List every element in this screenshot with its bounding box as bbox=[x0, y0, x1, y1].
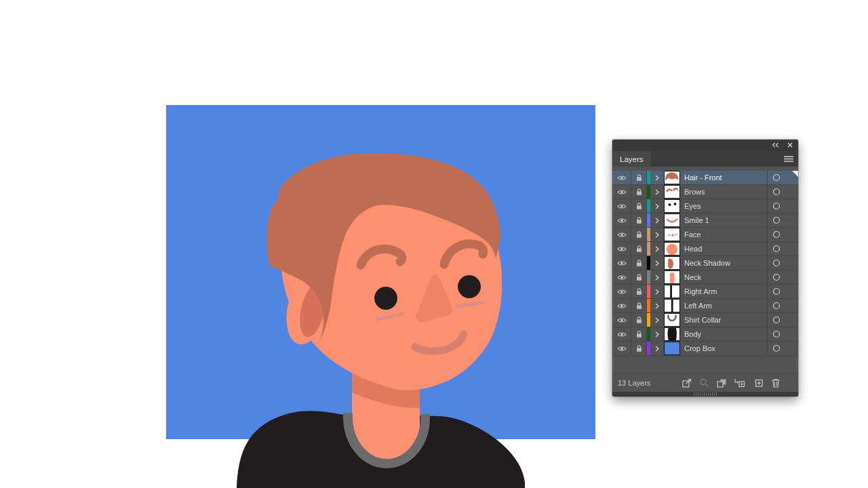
target-circle-icon[interactable] bbox=[767, 242, 798, 256]
layer-row-face[interactable]: Face bbox=[612, 228, 798, 242]
layer-row-head[interactable]: Head bbox=[612, 242, 798, 256]
layer-row-neck[interactable]: Neck bbox=[612, 270, 798, 285]
target-circle-icon[interactable] bbox=[767, 342, 798, 355]
selection-corner-indicator bbox=[792, 171, 798, 177]
new-sublayer-icon[interactable] bbox=[734, 378, 745, 388]
artwork-canvas[interactable] bbox=[166, 105, 595, 488]
lock-toggle[interactable] bbox=[631, 299, 647, 312]
lock-toggle[interactable] bbox=[631, 327, 647, 341]
layer-row-right-arm[interactable]: Right Arm bbox=[612, 285, 798, 299]
layer-name[interactable]: Smile 1 bbox=[682, 214, 767, 227]
delete-selection-icon[interactable] bbox=[770, 378, 781, 388]
expand-arrow-icon[interactable] bbox=[650, 242, 664, 256]
layer-row-left-arm[interactable]: Left Arm bbox=[612, 299, 798, 313]
layer-thumbnail bbox=[664, 327, 682, 341]
locate-object-icon[interactable] bbox=[698, 378, 709, 388]
layer-name[interactable]: Left Arm bbox=[682, 299, 767, 312]
layer-name[interactable]: Neck Shadow bbox=[682, 256, 767, 270]
expand-arrow-icon[interactable] bbox=[650, 299, 664, 312]
expand-arrow-icon[interactable] bbox=[650, 214, 664, 227]
lock-toggle[interactable] bbox=[631, 214, 647, 227]
new-layer-icon[interactable] bbox=[753, 378, 764, 388]
expand-arrow-icon[interactable] bbox=[650, 256, 664, 270]
visibility-toggle[interactable] bbox=[612, 171, 631, 184]
close-panel-icon[interactable] bbox=[787, 142, 793, 148]
visibility-toggle[interactable] bbox=[612, 199, 631, 213]
collect-for-export-icon[interactable] bbox=[682, 378, 692, 388]
target-circle-icon[interactable] bbox=[767, 299, 798, 312]
expand-arrow-icon[interactable] bbox=[650, 171, 664, 184]
expand-arrow-icon[interactable] bbox=[650, 185, 664, 199]
target-circle-icon[interactable] bbox=[767, 285, 798, 298]
left-eye-shape bbox=[374, 287, 397, 310]
collapse-panel-icon[interactable] bbox=[772, 142, 779, 148]
layer-thumbnail bbox=[664, 214, 682, 227]
layer-row-neck-shadow[interactable]: Neck Shadow bbox=[612, 256, 798, 270]
lock-toggle[interactable] bbox=[631, 285, 647, 298]
layer-name[interactable]: Head bbox=[682, 242, 767, 256]
layer-row-hair-front[interactable]: Hair - Front bbox=[612, 171, 798, 185]
layer-row-eyes[interactable]: Eyes bbox=[612, 199, 798, 214]
panel-resize-grip[interactable] bbox=[612, 392, 798, 396]
visibility-toggle[interactable] bbox=[612, 299, 631, 312]
layer-name[interactable]: Body bbox=[682, 327, 767, 341]
layer-name[interactable]: Crop Box bbox=[682, 342, 767, 355]
lock-toggle[interactable] bbox=[631, 313, 647, 327]
lock-toggle[interactable] bbox=[631, 242, 647, 256]
expand-arrow-icon[interactable] bbox=[650, 285, 664, 298]
visibility-toggle[interactable] bbox=[612, 342, 631, 355]
target-circle-icon[interactable] bbox=[767, 327, 798, 341]
layer-name[interactable]: Brows bbox=[682, 185, 767, 199]
lock-toggle[interactable] bbox=[631, 199, 647, 213]
lock-toggle[interactable] bbox=[631, 185, 647, 199]
tab-layers[interactable]: Layers bbox=[612, 151, 651, 167]
layer-name[interactable]: Neck bbox=[682, 270, 767, 284]
lock-toggle[interactable] bbox=[631, 228, 647, 241]
layer-name[interactable]: Hair - Front bbox=[682, 171, 767, 184]
lock-toggle[interactable] bbox=[631, 342, 647, 355]
layer-thumbnail bbox=[664, 299, 682, 312]
expand-arrow-icon[interactable] bbox=[650, 199, 664, 213]
target-circle-icon[interactable] bbox=[767, 228, 798, 241]
layer-row-smile-1[interactable]: Smile 1 bbox=[612, 214, 798, 228]
visibility-toggle[interactable] bbox=[612, 313, 631, 327]
target-circle-icon[interactable] bbox=[767, 199, 798, 213]
layer-thumbnail bbox=[664, 313, 682, 327]
visibility-toggle[interactable] bbox=[612, 228, 631, 241]
layer-name[interactable]: Right Arm bbox=[682, 285, 767, 298]
expand-arrow-icon[interactable] bbox=[650, 270, 664, 284]
visibility-toggle[interactable] bbox=[612, 270, 631, 284]
target-circle-icon[interactable] bbox=[767, 185, 798, 199]
expand-arrow-icon[interactable] bbox=[650, 228, 664, 241]
visibility-toggle[interactable] bbox=[612, 327, 631, 341]
expand-arrow-icon[interactable] bbox=[650, 327, 664, 341]
layer-count-label: 13 Layers bbox=[612, 379, 650, 387]
panel-menu-icon[interactable] bbox=[784, 156, 793, 162]
visibility-toggle[interactable] bbox=[612, 285, 631, 298]
visibility-toggle[interactable] bbox=[612, 185, 631, 199]
layer-list-empty-area bbox=[613, 356, 797, 374]
layer-thumbnail bbox=[664, 256, 682, 270]
expand-arrow-icon[interactable] bbox=[650, 313, 664, 327]
visibility-toggle[interactable] bbox=[612, 256, 631, 270]
layer-row-crop-box[interactable]: Crop Box bbox=[612, 342, 798, 356]
lock-toggle[interactable] bbox=[631, 256, 647, 270]
visibility-toggle[interactable] bbox=[612, 214, 631, 227]
layer-name[interactable]: Shirt Collar bbox=[682, 313, 767, 327]
visibility-toggle[interactable] bbox=[612, 242, 631, 256]
target-circle-icon[interactable] bbox=[767, 214, 798, 227]
target-circle-icon[interactable] bbox=[767, 256, 798, 270]
expand-arrow-icon[interactable] bbox=[650, 342, 664, 355]
layer-row-shirt-collar[interactable]: Shirt Collar bbox=[612, 313, 798, 327]
lock-toggle[interactable] bbox=[631, 270, 647, 284]
layer-row-body[interactable]: Body bbox=[612, 327, 798, 342]
layer-row-brows[interactable]: Brows bbox=[612, 185, 798, 199]
lock-toggle[interactable] bbox=[631, 171, 647, 184]
layer-name[interactable]: Eyes bbox=[682, 199, 767, 213]
target-circle-icon[interactable] bbox=[767, 313, 798, 327]
make-clipping-mask-icon[interactable] bbox=[716, 378, 727, 388]
panel-titlebar[interactable] bbox=[612, 140, 798, 151]
layers-panel: Layers Hair - FrontBrowsEyesSmile 1FaceH… bbox=[612, 140, 798, 396]
layer-name[interactable]: Face bbox=[682, 228, 767, 241]
target-circle-icon[interactable] bbox=[767, 270, 798, 284]
